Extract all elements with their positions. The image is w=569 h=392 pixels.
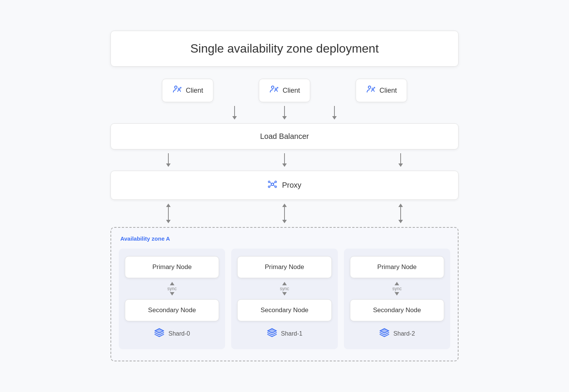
- client-box-1: Client: [259, 79, 310, 102]
- primary-node-label-2: Primary Node: [377, 263, 417, 271]
- page-title: Single availability zone deployment: [190, 42, 379, 55]
- client-arrow-1: [282, 106, 287, 120]
- lb-arrow-1: [282, 153, 287, 167]
- svg-point-14: [275, 181, 277, 182]
- client-arrows-row: [110, 106, 459, 120]
- svg-point-0: [174, 86, 177, 89]
- svg-line-17: [270, 182, 272, 184]
- proxy-bidir-arrow-1: [282, 204, 287, 223]
- proxy-label: Proxy: [282, 181, 301, 190]
- svg-line-19: [270, 185, 272, 186]
- sync-arrow-1: sync: [280, 282, 289, 296]
- title-box: Single availability zone deployment: [110, 31, 459, 67]
- client-label-2: Client: [379, 87, 397, 95]
- proxy-bidir-arrows-row: [110, 204, 459, 223]
- sync-arrow-2: sync: [392, 282, 402, 296]
- secondary-node-1: Secondary Node: [237, 299, 331, 321]
- secondary-node-label-0: Secondary Node: [148, 306, 196, 314]
- svg-point-8: [368, 86, 371, 89]
- lb-arrow-0: [166, 153, 171, 167]
- sync-label-2: sync: [392, 285, 402, 292]
- az-label: Availability zone A: [119, 235, 450, 242]
- client-box-0: Client: [162, 79, 213, 102]
- client-label-0: Client: [186, 87, 203, 95]
- shard-icon-row-0: Shard-0: [154, 327, 190, 340]
- primary-node-2: Primary Node: [350, 256, 444, 278]
- shard-label-0: Shard-0: [168, 330, 190, 337]
- primary-node-1: Primary Node: [237, 256, 331, 278]
- proxy-bidir-arrow-2: [398, 204, 403, 223]
- client-arrow-0: [232, 106, 237, 120]
- client-box-2: Client: [356, 79, 407, 102]
- load-balancer-label: Load Balancer: [260, 132, 309, 141]
- primary-node-label-1: Primary Node: [265, 263, 304, 271]
- proxy-bidir-arrow-0: [166, 204, 171, 223]
- primary-node-label-0: Primary Node: [152, 263, 192, 271]
- clients-row: Client Client: [110, 79, 459, 102]
- client-icon-0: [172, 84, 182, 96]
- availability-zone-container: Availability zone A Primary Node sync Se…: [110, 227, 459, 361]
- lb-arrows-row: [110, 153, 459, 167]
- secondary-node-2: Secondary Node: [350, 299, 444, 321]
- load-balancer-box: Load Balancer: [110, 123, 459, 149]
- shard-column-1: Primary Node sync Secondary Node: [231, 249, 337, 349]
- svg-point-4: [271, 86, 274, 89]
- svg-point-5: [275, 88, 277, 90]
- shard-stack-icon-0: [154, 327, 165, 340]
- lb-arrow-2: [398, 153, 403, 167]
- sync-label-0: sync: [167, 285, 177, 292]
- client-arrow-2: [332, 106, 337, 120]
- shard-label-2: Shard-2: [393, 330, 415, 337]
- client-icon-1: [269, 84, 279, 96]
- shard-icon-row-1: Shard-1: [267, 327, 303, 340]
- svg-point-1: [178, 88, 180, 90]
- shard-stack-icon-2: [379, 327, 390, 340]
- svg-point-12: [271, 183, 274, 186]
- shard-label-1: Shard-1: [281, 330, 303, 337]
- svg-point-9: [372, 88, 373, 90]
- svg-point-13: [269, 181, 270, 182]
- proxy-icon: [267, 179, 277, 191]
- shards-row: Primary Node sync Secondary Node: [119, 249, 450, 349]
- svg-line-18: [274, 182, 275, 184]
- svg-line-20: [274, 185, 275, 186]
- secondary-node-0: Secondary Node: [125, 299, 219, 321]
- sync-label-1: sync: [280, 285, 289, 292]
- sync-arrow-0: sync: [167, 282, 177, 296]
- secondary-node-label-1: Secondary Node: [261, 306, 309, 314]
- client-label-1: Client: [283, 87, 300, 95]
- diagram-container: Single availability zone deployment Clie…: [76, 16, 493, 376]
- shard-stack-icon-1: [267, 327, 277, 340]
- proxy-box: Proxy: [110, 171, 459, 200]
- svg-point-16: [275, 186, 277, 187]
- shard-column-2: Primary Node sync Secondary Node: [344, 249, 450, 349]
- secondary-node-label-2: Secondary Node: [373, 306, 421, 314]
- primary-node-0: Primary Node: [125, 256, 219, 278]
- shard-column-0: Primary Node sync Secondary Node: [119, 249, 225, 349]
- shard-icon-row-2: Shard-2: [379, 327, 415, 340]
- client-icon-2: [366, 84, 376, 96]
- svg-point-15: [269, 186, 270, 187]
